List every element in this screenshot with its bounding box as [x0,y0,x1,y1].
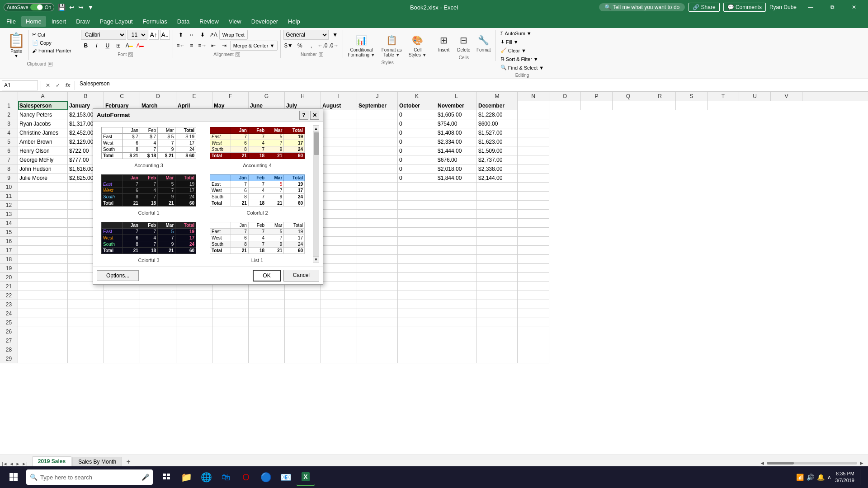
format-colorful3: Jan Feb Mar Total East 7 7 5 [97,220,201,263]
format-label-acct3: Accounting 3 [134,163,163,168]
format-label-colorful2: Colorful 2 [246,210,268,216]
format-preview-acct4[interactable]: Jan Feb Mar Total East 7 7 5 [208,125,307,161]
dialog-title: AutoFormat [97,112,130,118]
format-preview-colorful3[interactable]: Jan Feb Mar Total East 7 7 5 [99,220,198,256]
format-label-colorful1: Colorful 1 [138,210,159,216]
dialog-title-icons: ? ✕ [299,111,319,120]
scroll-thumb[interactable] [314,132,319,155]
format-preview-list1[interactable]: Jan Feb Mar Total East 7 7 5 [208,220,307,256]
dialog-close-button[interactable]: ✕ [310,111,319,120]
format-colorful1: Jan Feb Mar Total East 7 7 5 [97,173,201,216]
dialog-overlay: AutoFormat ? ✕ Jan Fe [0,0,868,488]
cancel-button[interactable]: Cancel [283,270,319,282]
options-button[interactable]: Options... [97,270,139,281]
format-accounting3: Jan Feb Mar Total East $ 7 $ 7 $ 5 [97,125,201,168]
format-accounting4: Jan Feb Mar Total East 7 7 5 [205,125,309,168]
format-colorful2: Jan Feb Mar Total East 7 7 5 [205,173,309,216]
format-preview-acct3[interactable]: Jan Feb Mar Total East $ 7 $ 7 $ 5 [99,125,198,161]
ok-button[interactable]: OK [253,270,280,282]
format-label-colorful3: Colorful 3 [138,258,159,263]
format-list1: Jan Feb Mar Total East 7 7 5 [205,220,309,263]
dialog-help-button[interactable]: ? [299,111,308,120]
format-label-acct4: Accounting 4 [243,163,272,168]
scroll-down-button[interactable]: ▼ [313,256,319,263]
dialog-footer: Options... OK Cancel [93,267,323,284]
dialog-scrollbar: ▲ ▼ [313,125,319,263]
dialog-title-bar: AutoFormat ? ✕ [93,109,323,122]
format-preview-colorful2[interactable]: Jan Feb Mar Total East 7 7 5 [208,173,307,208]
dialog-footer-right: OK Cancel [253,270,319,282]
format-label-list1: List 1 [251,258,263,263]
dialog-body: Jan Feb Mar Total East $ 7 $ 7 $ 5 [93,122,323,267]
autoformat-dialog: AutoFormat ? ✕ Jan Fe [93,108,323,285]
format-grid: Jan Feb Mar Total East $ 7 $ 7 $ 5 [97,125,309,263]
dialog-formats-container: Jan Feb Mar Total East $ 7 $ 7 $ 5 [97,125,319,263]
format-preview-colorful1[interactable]: Jan Feb Mar Total East 7 7 5 [99,173,198,208]
scroll-up-button[interactable]: ▲ [313,126,319,132]
scroll-track [313,132,319,256]
